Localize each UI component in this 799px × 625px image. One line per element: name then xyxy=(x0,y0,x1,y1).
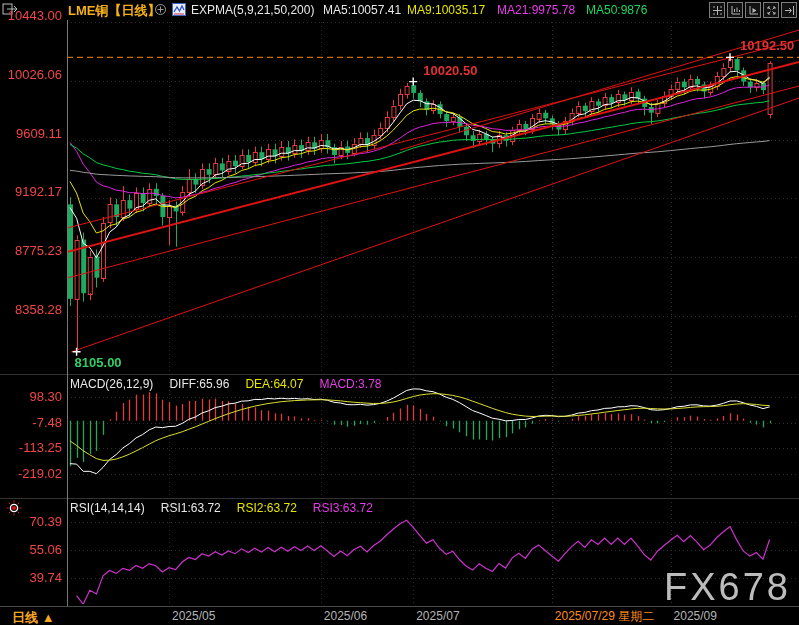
chart-app-window: LME铜【日线】 EXPMA(5,9,21,50,200) MA5:10057.… xyxy=(0,0,799,625)
x-axis-tick: 2025/07/29 星期二 xyxy=(555,609,654,623)
low-price-label: 8105.00 xyxy=(75,356,122,370)
watermark: FX678 xyxy=(664,566,791,609)
main-y-tick: 10443.00 xyxy=(0,9,62,23)
period-selector[interactable]: 日线 ▲ xyxy=(12,609,55,625)
macd-y-tick: 98.30 xyxy=(0,390,62,404)
main-y-tick: 9192.17 xyxy=(0,185,62,199)
rsi-params-label: RSI(14,14,14) xyxy=(70,501,145,515)
main-y-tick: 10026.06 xyxy=(0,68,62,82)
rsi2-value: RSI2:63.72 xyxy=(237,501,297,515)
ma9-value: MA9:10035.17 xyxy=(407,3,485,17)
ma5-value: MA5:10057.41 xyxy=(323,3,401,17)
macd-value: MACD:3.78 xyxy=(319,377,381,391)
rsi1-value: RSI1:63.72 xyxy=(161,501,221,515)
macd-y-tick: -113.25 xyxy=(0,441,62,455)
top-bar: LME铜【日线】 EXPMA(5,9,21,50,200) MA5:10057.… xyxy=(0,0,799,20)
expma-params-label: EXPMA(5,9,21,50,200) xyxy=(191,3,314,17)
playback-icon[interactable] xyxy=(745,2,761,18)
x-axis-tick: 2025/05 xyxy=(172,609,215,623)
chart-toolbar xyxy=(709,2,797,18)
macd-params-label: MACD(26,12,9) xyxy=(70,377,153,391)
axis-scale-icon[interactable] xyxy=(727,2,743,18)
main-y-tick: 8775.23 xyxy=(0,244,62,258)
rsi-y-tick: 70.39 xyxy=(0,515,62,529)
rsi-y-tick: 39.74 xyxy=(0,571,62,585)
fit-zoom-icon[interactable] xyxy=(763,2,779,18)
crosshair-tool-icon[interactable] xyxy=(709,2,725,18)
x-axis-tick: 2025/07 xyxy=(416,609,459,623)
ma50-value: MA50:9876 xyxy=(586,3,647,17)
macd-diff-value: DIFF:65.96 xyxy=(169,377,229,391)
x-axis-tick: 2025/06 xyxy=(324,609,367,623)
period-up-arrow-icon: ▲ xyxy=(42,610,55,625)
rsi3-value: RSI3:63.72 xyxy=(313,501,373,515)
macd-dea-value: DEA:64.07 xyxy=(245,377,303,391)
ma21-value: MA21:9975.78 xyxy=(497,3,575,17)
macd-y-tick: -219.02 xyxy=(0,467,62,481)
chart-canvas[interactable] xyxy=(0,0,799,625)
main-y-tick: 9609.11 xyxy=(0,127,62,141)
mini-chart-icon[interactable] xyxy=(172,3,186,19)
main-y-tick: 8358.28 xyxy=(0,303,62,317)
high-price-label: 10020.50 xyxy=(423,64,477,78)
macd-y-tick: -7.48 xyxy=(0,416,62,430)
period-label: 日线 xyxy=(12,610,38,625)
high-price-label: 10192.50 xyxy=(740,39,794,53)
x-axis-tick: 2025/09 xyxy=(674,609,717,623)
collapse-right-icon[interactable] xyxy=(781,2,797,18)
add-indicator-icon[interactable] xyxy=(154,3,167,19)
instrument-title: LME铜【日线】 xyxy=(68,2,160,20)
rsi-y-tick: 55.06 xyxy=(0,543,62,557)
rsi-label-row: RSI(14,14,14) RSI1:63.72 RSI2:63.72 RSI3… xyxy=(70,501,373,515)
macd-label-row: MACD(26,12,9) DIFF:65.96 DEA:64.07 MACD:… xyxy=(70,377,381,391)
